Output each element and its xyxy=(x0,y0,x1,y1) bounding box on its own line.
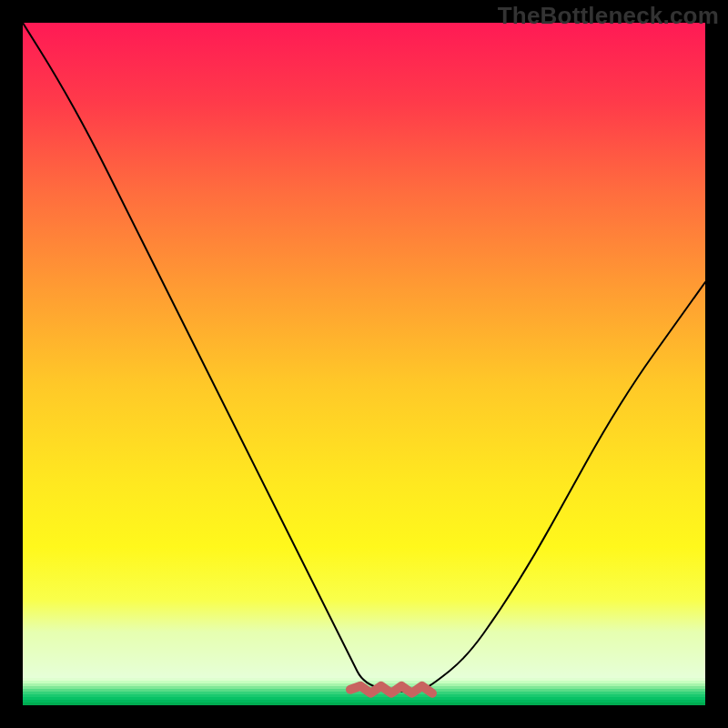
svg-rect-7 xyxy=(23,697,705,700)
svg-rect-6 xyxy=(23,694,705,697)
bottleneck-chart xyxy=(23,23,705,705)
watermark-text: TheBottleneck.com xyxy=(498,2,719,30)
chart-container: TheBottleneck.com xyxy=(0,0,728,728)
svg-rect-8 xyxy=(23,700,705,703)
gradient-background xyxy=(23,23,705,678)
svg-rect-9 xyxy=(23,703,705,705)
